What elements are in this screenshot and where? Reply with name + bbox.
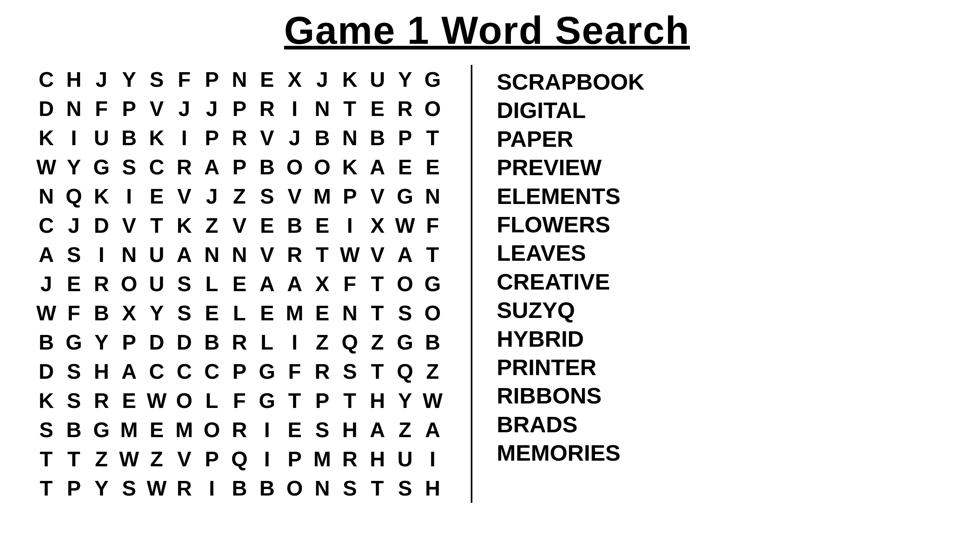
grid-cell-0-6: P	[198, 65, 226, 94]
grid-cell-10-6: C	[198, 357, 226, 386]
word-item-8: SUZYQ	[497, 297, 644, 323]
grid-cell-8-9: M	[281, 298, 308, 328]
grid-cell-3-9: O	[281, 152, 308, 182]
grid-cell-6-6: N	[198, 240, 226, 269]
grid-row-2: KIUBKIPRVJBNBPT	[32, 123, 446, 152]
grid-cell-12-2: G	[88, 415, 115, 444]
grid-cell-10-10: R	[308, 357, 336, 386]
grid-cell-14-12: T	[364, 474, 391, 503]
grid-cell-13-3: W	[115, 444, 143, 474]
grid-cell-10-2: H	[88, 357, 115, 386]
grid-cell-3-0: W	[32, 152, 60, 182]
grid-cell-4-12: V	[364, 182, 391, 211]
word-item-9: HYBRID	[497, 326, 644, 352]
grid-cell-13-6: P	[198, 444, 226, 474]
grid-cell-2-7: R	[226, 123, 253, 152]
grid-cell-6-12: V	[364, 240, 391, 269]
grid-row-9: BGYPDDBRLIZQZGB	[32, 328, 446, 357]
grid-cell-7-1: E	[60, 269, 88, 298]
grid-cell-14-0: T	[32, 474, 60, 503]
grid-cell-8-6: E	[198, 298, 226, 328]
grid-cell-13-1: T	[60, 444, 88, 474]
grid-cell-11-11: T	[336, 386, 364, 415]
grid-cell-14-2: Y	[88, 474, 115, 503]
grid-cell-3-8: B	[253, 152, 281, 182]
grid-cell-1-1: N	[60, 94, 88, 123]
grid-cell-7-12: T	[364, 269, 391, 298]
grid-cell-1-11: T	[336, 94, 364, 123]
grid-cell-1-3: P	[115, 94, 143, 123]
grid-cell-3-2: G	[88, 152, 115, 182]
grid-cell-7-14: G	[419, 269, 446, 298]
grid-cell-3-10: O	[308, 152, 336, 182]
word-item-10: PRINTER	[497, 354, 644, 380]
grid-cell-9-11: Q	[336, 328, 364, 357]
word-item-4: ELEMENTS	[497, 183, 644, 209]
grid-cell-14-7: B	[226, 474, 253, 503]
grid-cell-11-7: F	[226, 386, 253, 415]
grid-cell-0-12: U	[364, 65, 391, 94]
grid-cell-9-5: D	[170, 328, 198, 357]
grid-cell-14-3: S	[115, 474, 143, 503]
word-item-11: RIBBONS	[497, 383, 644, 409]
grid-cell-0-4: S	[143, 65, 170, 94]
grid-cell-2-14: T	[419, 123, 446, 152]
word-item-0: SCRAPBOOK	[497, 69, 644, 95]
grid-cell-3-4: C	[143, 152, 170, 182]
grid-cell-11-3: E	[115, 386, 143, 415]
grid-cell-14-10: N	[308, 474, 336, 503]
grid-cell-1-2: F	[88, 94, 115, 123]
word-item-6: LEAVES	[497, 240, 644, 266]
grid-cell-3-3: S	[115, 152, 143, 182]
grid-cell-9-0: B	[32, 328, 60, 357]
word-search-grid: CHJYSFPNEXJKUYGDNFPVJJPRINTEROKIUBKIPRVJ…	[32, 65, 446, 503]
grid-cell-8-0: W	[32, 298, 60, 328]
grid-cell-8-5: S	[170, 298, 198, 328]
grid-cell-7-10: X	[308, 269, 336, 298]
grid-cell-9-2: Y	[88, 328, 115, 357]
grid-cell-7-4: U	[143, 269, 170, 298]
grid-cell-3-14: E	[419, 152, 446, 182]
grid-cell-4-9: V	[281, 182, 308, 211]
grid-cell-7-9: A	[281, 269, 308, 298]
grid-cell-1-0: D	[32, 94, 60, 123]
grid-cell-12-5: M	[170, 415, 198, 444]
grid-cell-1-4: V	[143, 94, 170, 123]
grid-cell-13-10: M	[308, 444, 336, 474]
grid-cell-8-7: L	[226, 298, 253, 328]
grid-cell-6-9: R	[281, 240, 308, 269]
grid-cell-10-5: C	[170, 357, 198, 386]
grid-cell-3-1: Y	[60, 152, 88, 182]
grid-cell-7-3: O	[115, 269, 143, 298]
grid-cell-7-13: O	[391, 269, 419, 298]
grid-cell-4-8: S	[253, 182, 281, 211]
grid-cell-12-10: S	[308, 415, 336, 444]
grid-cell-0-9: X	[281, 65, 308, 94]
grid-cell-14-4: W	[143, 474, 170, 503]
grid-cell-8-10: E	[308, 298, 336, 328]
grid-row-14: TPYSWRIBBONSTSH	[32, 474, 446, 503]
grid-cell-2-2: U	[88, 123, 115, 152]
grid-cell-8-12: T	[364, 298, 391, 328]
grid-cell-8-14: O	[419, 298, 446, 328]
grid-cell-12-9: E	[281, 415, 308, 444]
grid-cell-10-3: A	[115, 357, 143, 386]
grid-row-5: CJDVTKZVEBEIXWF	[32, 211, 446, 240]
grid-cell-11-8: G	[253, 386, 281, 415]
grid-row-12: SBGMEMORIESHAZA	[32, 415, 446, 444]
grid-cell-2-12: B	[364, 123, 391, 152]
grid-cell-2-4: K	[143, 123, 170, 152]
grid-cell-14-5: R	[170, 474, 198, 503]
grid-cell-6-1: S	[60, 240, 88, 269]
grid-cell-7-7: E	[226, 269, 253, 298]
grid-cell-6-10: T	[308, 240, 336, 269]
grid-cell-1-8: R	[253, 94, 281, 123]
grid-cell-14-9: O	[281, 474, 308, 503]
grid-cell-11-2: R	[88, 386, 115, 415]
grid-cell-6-3: N	[115, 240, 143, 269]
grid-cell-13-2: Z	[88, 444, 115, 474]
grid-cell-13-12: H	[364, 444, 391, 474]
grid-cell-12-8: I	[253, 415, 281, 444]
grid-cell-8-4: Y	[143, 298, 170, 328]
grid-cell-12-6: O	[198, 415, 226, 444]
